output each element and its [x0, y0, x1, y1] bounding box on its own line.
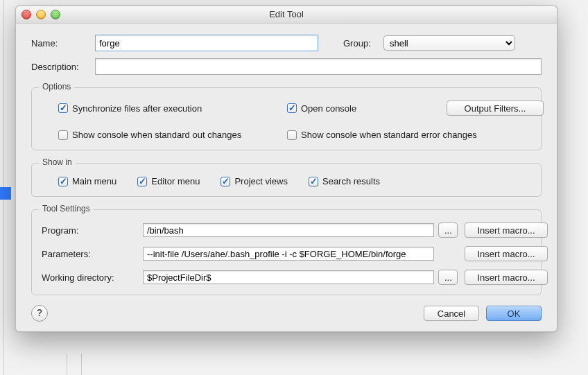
program-input[interactable]: [143, 223, 434, 237]
minimize-icon[interactable]: [36, 10, 46, 19]
help-button[interactable]: ?: [31, 305, 48, 322]
open-console-checkbox[interactable]: Open console: [287, 103, 433, 114]
editor-menu-checkbox-input[interactable]: [137, 177, 147, 186]
editor-menu-checkbox-label: Editor menu: [151, 176, 200, 186]
output-filters-button[interactable]: Output Filters...: [447, 101, 544, 116]
show-in-group: Show in Main menu Editor menu Project vi…: [31, 163, 542, 197]
search-results-checkbox[interactable]: Search results: [309, 176, 380, 186]
group-select[interactable]: shell: [383, 35, 515, 51]
description-label: Description:: [31, 62, 89, 72]
program-label: Program:: [42, 225, 139, 236]
show-in-legend: Show in: [39, 157, 76, 167]
group-label: Group:: [343, 38, 378, 49]
program-insert-macro-button[interactable]: Insert macro...: [465, 223, 548, 238]
name-label: Name:: [31, 38, 89, 49]
window-controls: [21, 10, 60, 19]
workdir-label: Working directory:: [42, 272, 139, 283]
window-title: Edit Tool: [269, 9, 304, 19]
project-views-checkbox[interactable]: Project views: [220, 176, 288, 186]
sync-checkbox[interactable]: Synchronize files after execution: [58, 103, 287, 114]
workdir-browse-button[interactable]: ...: [438, 270, 458, 285]
cancel-button[interactable]: Cancel: [424, 306, 479, 321]
titlebar[interactable]: Edit Tool: [16, 6, 557, 24]
stdout-checkbox[interactable]: Show console when standard out changes: [58, 130, 287, 140]
options-group: Options Synchronize files after executio…: [31, 87, 542, 150]
description-input[interactable]: [95, 58, 542, 75]
zoom-icon[interactable]: [51, 10, 60, 19]
project-views-checkbox-label: Project views: [234, 176, 288, 186]
open-console-checkbox-input[interactable]: [287, 103, 297, 113]
search-results-checkbox-label: Search results: [322, 176, 380, 186]
parameters-label: Parameters:: [42, 249, 139, 259]
tool-settings-group: Tool Settings Program: ... Insert macro.…: [31, 209, 542, 295]
stderr-checkbox[interactable]: Show console when standard error changes: [287, 130, 544, 140]
name-input[interactable]: [95, 35, 318, 51]
main-menu-checkbox-input[interactable]: [58, 177, 68, 186]
close-icon[interactable]: [21, 10, 31, 19]
options-legend: Options: [39, 82, 74, 91]
parameters-insert-macro-button[interactable]: Insert macro...: [465, 246, 548, 261]
edit-tool-dialog: Edit Tool Name: Group: shell Description…: [15, 6, 557, 332]
stderr-checkbox-input[interactable]: [287, 130, 297, 140]
stdout-checkbox-input[interactable]: [58, 130, 68, 140]
stdout-checkbox-label: Show console when standard out changes: [72, 130, 241, 140]
ok-button[interactable]: OK: [486, 306, 542, 321]
sync-checkbox-label: Synchronize files after execution: [72, 103, 202, 114]
workdir-input[interactable]: [143, 270, 434, 284]
project-views-checkbox-input[interactable]: [220, 177, 230, 186]
tool-settings-legend: Tool Settings: [39, 204, 94, 213]
search-results-checkbox-input[interactable]: [309, 177, 318, 186]
main-menu-checkbox-label: Main menu: [72, 176, 116, 186]
program-browse-button[interactable]: ...: [438, 223, 458, 238]
open-console-checkbox-label: Open console: [301, 103, 356, 114]
sync-checkbox-input[interactable]: [58, 103, 68, 113]
stderr-checkbox-label: Show console when standard error changes: [301, 130, 477, 140]
parameters-input[interactable]: [143, 247, 434, 261]
workdir-insert-macro-button[interactable]: Insert macro...: [465, 270, 548, 285]
editor-menu-checkbox[interactable]: Editor menu: [137, 176, 200, 186]
main-menu-checkbox[interactable]: Main menu: [58, 176, 116, 186]
